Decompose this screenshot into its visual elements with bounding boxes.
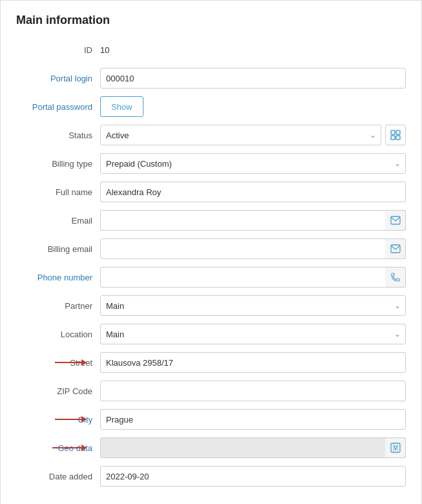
phone-icon-button[interactable] <box>385 267 406 288</box>
billing-email-icon <box>390 244 401 253</box>
phone-icon <box>391 273 400 282</box>
street-arrow-line <box>55 362 86 363</box>
svg-rect-0 <box>391 131 395 134</box>
street-input[interactable] <box>100 352 406 373</box>
svg-rect-4 <box>391 216 400 224</box>
date-added-input[interactable] <box>100 466 406 487</box>
billing-email-label: Billing email <box>16 244 100 254</box>
portal-password-row: Portal password Show <box>16 96 406 118</box>
email-input[interactable] <box>100 210 406 231</box>
svg-rect-6 <box>391 443 400 452</box>
geodata-input[interactable] <box>100 437 406 458</box>
location-label: Location <box>16 330 100 339</box>
city-arrow-head <box>81 416 87 423</box>
billing-email-icon-button[interactable] <box>385 238 406 259</box>
id-row: ID 10 <box>16 39 406 61</box>
map-icon <box>390 443 401 453</box>
portal-password-label: Portal password <box>16 102 100 112</box>
portal-login-label: Portal login <box>16 74 100 83</box>
svg-rect-5 <box>391 245 400 253</box>
status-grid-button[interactable] <box>385 125 406 145</box>
city-row: City <box>16 408 406 430</box>
status-select[interactable]: Active Inactive Blocked <box>100 125 381 145</box>
geodata-row: Geo data <box>16 437 406 459</box>
zip-code-label: ZIP Code <box>16 386 100 396</box>
street-arrow-head <box>81 359 87 366</box>
email-icon <box>390 216 401 225</box>
map-icon-button[interactable] <box>385 437 406 458</box>
status-row: Status Active Inactive Blocked ⌄ <box>16 124 406 146</box>
full-name-row: Full name <box>16 181 406 203</box>
partner-row: Partner Main ⌄ <box>16 295 406 317</box>
id-label: ID <box>16 45 100 55</box>
billing-type-row: Billing type Prepaid (Custom) Postpaid P… <box>16 152 406 174</box>
billing-type-select[interactable]: Prepaid (Custom) Postpaid Prepaid <box>100 153 406 174</box>
city-input[interactable] <box>100 409 406 430</box>
show-password-button[interactable]: Show <box>100 96 143 117</box>
email-label: Email <box>16 216 100 226</box>
svg-rect-1 <box>396 131 400 134</box>
portal-login-input[interactable] <box>100 68 406 89</box>
zip-code-row: ZIP Code <box>16 380 406 402</box>
portal-login-row: Portal login <box>16 67 406 89</box>
svg-point-7 <box>394 446 397 448</box>
email-icon-button[interactable] <box>385 210 406 231</box>
main-container: Main information ID 10 Portal login Port… <box>0 0 422 504</box>
id-value: 10 <box>100 45 109 55</box>
street-row: Street <box>16 352 406 373</box>
geodata-arrow-line <box>52 447 86 448</box>
location-select[interactable]: Main <box>100 324 406 344</box>
partner-select[interactable]: Main <box>100 295 406 316</box>
status-label: Status <box>16 131 100 140</box>
billing-email-input[interactable] <box>100 238 406 259</box>
phone-number-label: Phone number <box>16 273 100 282</box>
location-row: Location Main ⌄ <box>16 323 406 345</box>
billing-email-row: Billing email <box>16 238 406 260</box>
svg-rect-3 <box>396 136 400 140</box>
svg-rect-2 <box>391 136 395 140</box>
city-arrow-line <box>55 419 86 420</box>
grid-icon <box>390 130 401 140</box>
email-row: Email <box>16 209 406 231</box>
date-added-row: Date added <box>16 465 406 487</box>
phone-number-input[interactable] <box>100 267 406 288</box>
full-name-input[interactable] <box>100 182 406 202</box>
partner-label: Partner <box>16 301 100 311</box>
full-name-label: Full name <box>16 187 100 197</box>
geodata-arrow-head <box>81 445 87 451</box>
date-added-label: Date added <box>16 472 100 481</box>
zip-code-input[interactable] <box>100 381 406 401</box>
billing-type-label: Billing type <box>16 159 100 169</box>
phone-number-row: Phone number <box>16 266 406 288</box>
page-title: Main information <box>16 14 406 27</box>
